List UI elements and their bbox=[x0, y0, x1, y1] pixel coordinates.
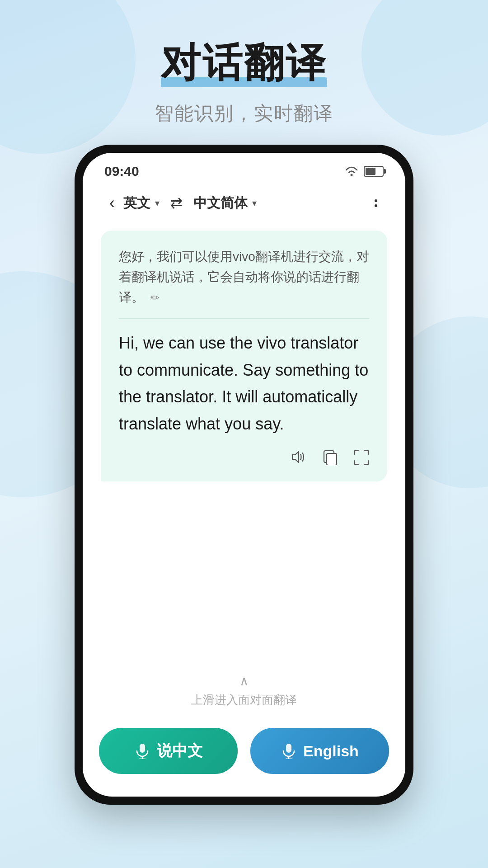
page-title-area: 对话翻译 智能识别，实时翻译 bbox=[0, 0, 488, 126]
edit-icon[interactable]: ✏ bbox=[150, 292, 160, 304]
phone-screen: 09:40 ‹ bbox=[83, 153, 405, 797]
mic-english-icon bbox=[281, 743, 297, 759]
speak-english-button[interactable]: English bbox=[250, 728, 389, 774]
message-bubble: 您好，我们可以使用vivo翻译机进行交流，对着翻译机说话，它会自动将你说的话进行… bbox=[101, 231, 387, 481]
expand-icon bbox=[354, 450, 369, 465]
message-translated-text: Hi, we can use the vivo translator to co… bbox=[119, 330, 369, 437]
wifi-icon bbox=[344, 165, 359, 177]
message-actions bbox=[119, 450, 369, 469]
battery-icon bbox=[364, 166, 384, 177]
source-lang-label: 英文 bbox=[123, 194, 150, 212]
status-icons bbox=[344, 165, 384, 177]
mic-chinese-icon bbox=[134, 743, 150, 759]
dot-1 bbox=[375, 199, 377, 202]
page-title-main: 对话翻译 bbox=[161, 36, 327, 90]
dot-2 bbox=[375, 204, 377, 207]
nav-bar: ‹ 英文 ▾ ⇄ 中文简体 ▾ bbox=[83, 184, 405, 222]
svg-rect-2 bbox=[327, 453, 337, 465]
battery-fill bbox=[366, 168, 375, 175]
message-original-text: 您好，我们可以使用vivo翻译机进行交流，对着翻译机说话，它会自动将你说的话进行… bbox=[119, 247, 369, 319]
more-options-button[interactable] bbox=[365, 192, 387, 214]
target-lang-selector[interactable]: 中文简体 ▾ bbox=[193, 194, 257, 212]
target-lang-chevron-icon: ▾ bbox=[252, 198, 257, 208]
speak-chinese-button[interactable]: 说中文 bbox=[99, 728, 238, 774]
source-lang-selector[interactable]: 英文 ▾ bbox=[123, 194, 160, 212]
speak-chinese-label: 说中文 bbox=[157, 741, 203, 761]
copy-button[interactable] bbox=[323, 450, 338, 469]
expand-button[interactable] bbox=[354, 450, 369, 469]
hint-arrow-icon: ∧ bbox=[239, 674, 249, 689]
page-subtitle: 智能识别，实时翻译 bbox=[0, 101, 488, 126]
svg-rect-6 bbox=[286, 744, 291, 753]
back-button[interactable]: ‹ bbox=[101, 192, 123, 214]
volume-icon bbox=[291, 450, 307, 464]
copy-icon bbox=[323, 450, 338, 465]
hint-text: 上滑进入面对面翻译 bbox=[191, 692, 297, 708]
swap-languages-button[interactable]: ⇄ bbox=[170, 194, 183, 212]
status-bar: 09:40 bbox=[83, 153, 405, 184]
target-lang-label: 中文简体 bbox=[193, 194, 248, 212]
bottom-hint: ∧ 上滑进入面对面翻译 bbox=[83, 666, 405, 719]
svg-rect-3 bbox=[140, 744, 145, 753]
source-lang-chevron-icon: ▾ bbox=[155, 198, 160, 208]
phone-frame: 09:40 ‹ bbox=[75, 145, 413, 805]
play-audio-button[interactable] bbox=[291, 450, 307, 469]
chat-area: 您好，我们可以使用vivo翻译机进行交流，对着翻译机说话，它会自动将你说的话进行… bbox=[83, 222, 405, 666]
speak-english-label: English bbox=[303, 742, 359, 760]
svg-point-0 bbox=[351, 174, 353, 176]
phone-mockup: 09:40 ‹ bbox=[75, 145, 413, 805]
bottom-buttons: 说中文 English bbox=[83, 719, 405, 797]
status-time: 09:40 bbox=[104, 164, 139, 179]
back-icon: ‹ bbox=[109, 193, 115, 212]
